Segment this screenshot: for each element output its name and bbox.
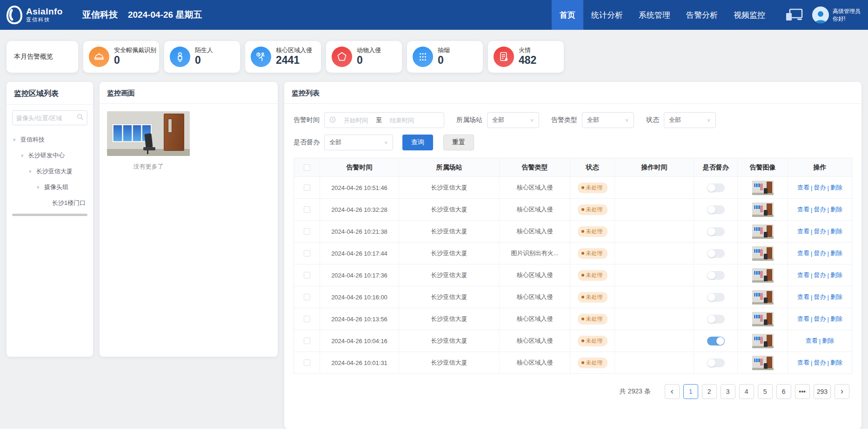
supervise-toggle[interactable] [707,293,725,302]
pagination-next-button[interactable]: › [835,384,849,399]
tree-node-亚信科技[interactable]: ▾亚信科技 [12,132,87,148]
row-checkbox[interactable] [304,294,310,300]
supervise-link[interactable]: 督办 [814,205,826,214]
view-link[interactable]: 查看 [797,249,809,257]
delete-link[interactable]: 删除 [830,315,842,323]
supervise-toggle[interactable] [707,249,725,258]
date-range-picker[interactable]: 至 [324,112,444,128]
view-link[interactable]: 查看 [797,205,809,214]
page-button-4[interactable]: 4 [739,384,754,399]
tree-node-长沙研发中心[interactable]: ▾长沙研发中心 [12,148,87,163]
delete-link[interactable]: 删除 [822,337,834,345]
nav-item-视频监控[interactable]: 视频监控 [726,0,773,30]
alarm-thumbnail-image[interactable] [752,334,774,348]
supervise-toggle[interactable] [707,315,725,324]
delete-link[interactable]: 删除 [830,293,842,301]
supervise-toggle[interactable] [707,227,725,236]
supervise-link[interactable]: 督办 [814,359,826,367]
caret-down-icon[interactable]: ▾ [29,169,33,175]
view-link[interactable]: 查看 [806,337,818,345]
alarm-thumbnail-image[interactable] [752,290,774,304]
tree-node-长沙亚信大厦[interactable]: ▾长沙亚信大厦 [12,163,87,179]
user-avatar[interactable] [812,7,829,23]
supervise-link[interactable]: 督办 [814,227,826,236]
op-time-cell [615,308,694,330]
tree-node-摄像头组[interactable]: ▾摄像头组 [12,179,87,195]
page-button-5[interactable]: 5 [758,384,773,399]
alarm-thumbnail-image[interactable] [752,268,774,283]
nav-item-系统管理[interactable]: 系统管理 [631,0,678,30]
caret-down-icon[interactable]: ▾ [37,184,41,190]
view-link[interactable]: 查看 [797,183,809,192]
alarm-thumbnail-image[interactable] [752,356,774,370]
caret-down-icon[interactable]: ▾ [21,153,26,159]
supervise-toggle[interactable] [707,337,725,345]
caret-down-icon[interactable]: ▾ [13,137,18,143]
nav-item-首页[interactable]: 首页 [552,0,583,30]
delete-link[interactable]: 删除 [830,359,842,367]
status-select[interactable]: 全部∨ [664,112,716,128]
row-checkbox[interactable] [304,184,310,191]
supervise-select[interactable]: 全部∨ [324,135,393,150]
page-button-6[interactable]: 6 [776,384,791,399]
tree-horizontal-scrollbar[interactable] [12,214,87,216]
pagination-prev-button[interactable]: ‹ [665,384,680,399]
view-link[interactable]: 查看 [797,271,809,279]
row-checkbox[interactable] [304,228,310,235]
supervise-link[interactable]: 督办 [814,249,826,257]
status-text: 未处理 [586,359,603,367]
camera-search-input[interactable] [16,115,74,122]
row-checkbox[interactable] [304,206,310,213]
row-checkbox[interactable] [304,272,310,278]
delete-link[interactable]: 删除 [830,271,842,279]
select-all-checkbox[interactable] [304,164,310,171]
actions-cell: 查看|督办|删除 [788,199,852,220]
page-button-2[interactable]: 2 [702,384,717,399]
search-button[interactable]: 查询 [402,135,433,150]
pagination-ellipsis[interactable]: ••• [795,384,810,399]
header-checkbox-cell [294,158,320,176]
end-time-input[interactable] [385,117,419,124]
supervise-link[interactable]: 督办 [814,271,826,279]
monitor-screens-icon[interactable] [785,8,803,21]
alarm-thumbnail-image[interactable] [752,312,774,326]
supervise-link[interactable]: 督办 [814,315,826,323]
view-link[interactable]: 查看 [797,293,809,301]
type-select[interactable]: 全部∨ [582,112,634,128]
camera-preview-image[interactable] [107,111,190,156]
alarm-thumbnail-image[interactable] [752,203,774,217]
reset-button[interactable]: 重置 [443,135,474,150]
delete-link[interactable]: 删除 [830,183,842,192]
alarm-thumbnail-image[interactable] [752,246,774,261]
delete-link[interactable]: 删除 [830,205,842,214]
supervise-toggle[interactable] [707,271,725,280]
page-button-1[interactable]: 1 [683,384,698,399]
page-button-3[interactable]: 3 [721,384,735,399]
action-separator: | [819,338,821,345]
page-button-293[interactable]: 293 [814,384,831,399]
alarm-thumbnail-image[interactable] [752,181,774,195]
nav-item-统计分析[interactable]: 统计分析 [583,0,631,30]
view-link[interactable]: 查看 [797,315,809,323]
delete-link[interactable]: 删除 [830,249,842,257]
view-link[interactable]: 查看 [797,227,809,236]
supervise-toggle[interactable] [707,183,725,192]
start-time-input[interactable] [339,117,373,124]
supervise-link[interactable]: 督办 [814,183,826,192]
delete-link[interactable]: 删除 [830,227,842,236]
nav-item-告警分析[interactable]: 告警分析 [678,0,726,30]
supervise-toggle[interactable] [707,359,725,367]
site-select[interactable]: 全部∨ [487,112,539,128]
row-checkbox[interactable] [304,316,310,322]
view-link[interactable]: 查看 [797,359,809,367]
supervise-toggle[interactable] [707,205,725,214]
row-checkbox[interactable] [304,250,310,257]
supervise-cell [694,308,738,330]
tree-node-长沙1楼门口[interactable]: 长沙1楼门口 [12,195,87,211]
row-checkbox[interactable] [304,359,310,366]
row-checkbox[interactable] [304,338,310,344]
alarm-image-cell [738,177,788,198]
search-icon[interactable] [77,114,83,122]
alarm-thumbnail-image[interactable] [752,224,774,239]
supervise-link[interactable]: 督办 [814,293,826,301]
